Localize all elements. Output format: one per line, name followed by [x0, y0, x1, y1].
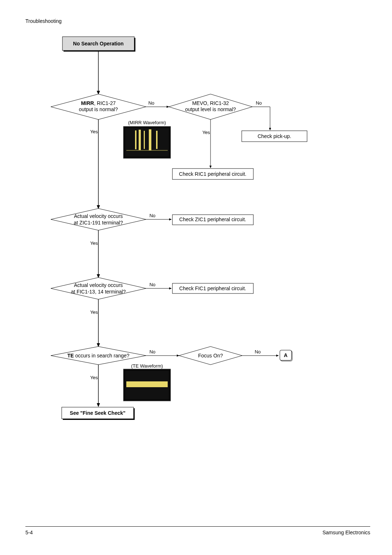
svg-marker-32 [51, 208, 146, 230]
svg-marker-41 [51, 278, 146, 299]
svg-text:Yes: Yes [90, 129, 98, 134]
svg-rect-27 [149, 129, 151, 150]
end-node: See "Fine Seek Check" [62, 407, 135, 420]
mirr-waveform-image [123, 126, 171, 158]
flowchart-svg: No Search Operation MIRR, RIC1-27 output… [25, 31, 367, 437]
decision-te: TE occurs in search range? [51, 347, 146, 365]
svg-rect-64 [126, 381, 168, 387]
process-check-pickup: Check pick-up. [242, 131, 307, 142]
svg-text:No: No [150, 213, 156, 218]
svg-text:See "Fine Seek Check": See "Fine Seek Check" [70, 410, 125, 416]
svg-text:No: No [256, 100, 262, 106]
te-waveform-image [123, 369, 171, 401]
svg-text:Yes: Yes [90, 375, 98, 380]
decision-mirr: MIRR, RIC1-27 output is normal? [51, 94, 146, 119]
svg-rect-26 [144, 131, 145, 149]
svg-text:at ZIC1-191 terminal?: at ZIC1-191 terminal? [74, 220, 123, 226]
svg-text:Check pick-up.: Check pick-up. [258, 133, 291, 139]
svg-text:at FIC1-13, 14 terminal?: at FIC1-13, 14 terminal? [71, 289, 126, 295]
svg-text:Check ZIC1 peripheral circuit.: Check ZIC1 peripheral circuit. [179, 216, 246, 222]
svg-text:Actual velocity occurs: Actual velocity occurs [74, 282, 123, 288]
svg-text:No: No [255, 349, 261, 355]
svg-text:MIRR, RIC1-27: MIRR, RIC1-27 [81, 100, 116, 106]
process-check-zic1: Check ZIC1 peripheral circuit. [172, 215, 253, 225]
decision-fic1: Actual velocity occurs at FIC1-13, 14 te… [51, 278, 146, 299]
page-number: 5-4 [25, 530, 33, 535]
svg-text:No: No [148, 100, 155, 106]
decision-mevo: MEVO, RIC1-32 output level is normal? [169, 94, 252, 119]
start-node: No Search Operation [62, 37, 135, 52]
page-header: Troubleshooting [25, 18, 370, 24]
svg-text:A: A [284, 352, 287, 358]
svg-text:No: No [150, 282, 156, 287]
svg-text:Yes: Yes [202, 130, 210, 135]
svg-text:TE occurs in search range?: TE occurs in search range? [67, 353, 129, 358]
svg-text:No Search Operation: No Search Operation [73, 41, 123, 46]
svg-text:Check FIC1 peripheral circuit.: Check FIC1 peripheral circuit. [179, 285, 246, 291]
company-name: Samsung Electronics [322, 530, 370, 535]
svg-text:output level is normal?: output level is normal? [185, 106, 236, 112]
svg-rect-23 [125, 128, 169, 157]
svg-text:Focus On?: Focus On? [198, 353, 223, 358]
process-check-ric1: Check RIC1 peripheral circuit. [172, 169, 253, 179]
connector-a: A [280, 350, 292, 361]
svg-text:No: No [150, 349, 156, 355]
page-footer: 5-4 Samsung Electronics [25, 526, 370, 535]
svg-text:MEVO, RIC1-32: MEVO, RIC1-32 [192, 100, 229, 106]
decision-zic1: Actual velocity occurs at ZIC1-191 termi… [51, 208, 146, 230]
decision-focus: Focus On? [179, 347, 242, 365]
svg-text:(MIRR Waveform): (MIRR Waveform) [128, 120, 166, 125]
svg-text:Actual velocity occurs: Actual velocity occurs [74, 213, 123, 219]
svg-text:(TE Waveform): (TE Waveform) [131, 363, 163, 369]
svg-rect-24 [135, 130, 136, 149]
svg-text:Yes: Yes [90, 240, 98, 246]
svg-text:Yes: Yes [90, 309, 98, 315]
process-check-fic1: Check FIC1 peripheral circuit. [172, 283, 253, 293]
svg-text:Check RIC1 peripheral circuit.: Check RIC1 peripheral circuit. [179, 171, 246, 177]
svg-rect-28 [156, 131, 158, 149]
svg-text:output is normal?: output is normal? [79, 106, 118, 112]
svg-rect-25 [139, 130, 141, 150]
